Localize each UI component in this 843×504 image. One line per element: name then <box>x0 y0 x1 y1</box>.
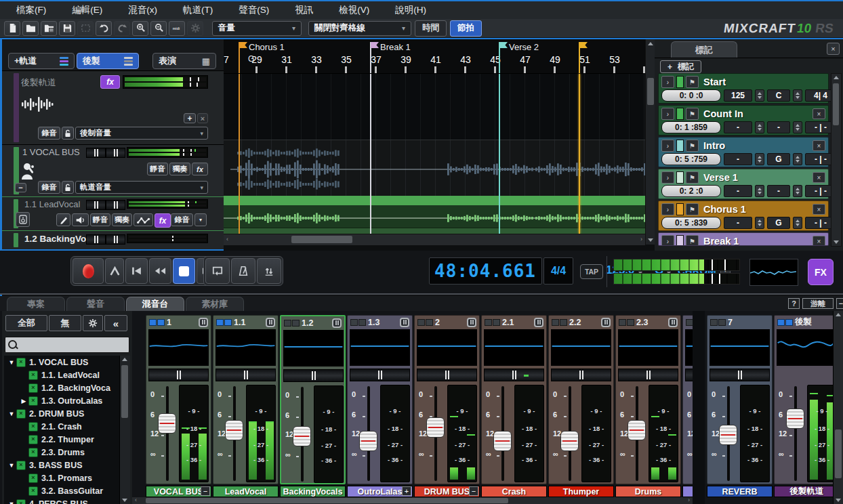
arm-button[interactable]: 錄音 <box>171 213 193 226</box>
channel-settings-icon[interactable] <box>199 318 208 327</box>
flag-icon[interactable]: ⚑ <box>686 108 699 120</box>
tree-item[interactable]: ▶×1.3. OutroLalas <box>4 394 130 407</box>
collapse-sidebar-button[interactable]: « <box>104 315 127 331</box>
track-enabled-checkbox[interactable]: × <box>28 371 38 380</box>
clip-grid[interactable] <box>224 74 645 234</box>
record-button[interactable] <box>73 258 104 284</box>
new-project-icon[interactable] <box>4 21 20 36</box>
marker-time-field[interactable]: 0: 5 :839 <box>661 217 721 229</box>
mute-button[interactable]: 靜音 <box>90 213 110 226</box>
loop-button[interactable] <box>205 258 230 284</box>
chevron-down-icon[interactable]: ▾ <box>194 213 207 226</box>
channel-strip-1.1[interactable]: 1.10612∞9182736 <box>213 315 279 484</box>
zoom-in-icon[interactable] <box>132 21 148 36</box>
fader-knob[interactable] <box>786 408 804 429</box>
markers-tab[interactable]: 標記 <box>671 41 737 58</box>
marker-row[interactable]: ›⚑Break 1× <box>658 232 829 246</box>
save-project-icon[interactable] <box>59 21 75 36</box>
tree-item[interactable]: ▼×1. VOCAL BUS <box>4 356 130 369</box>
marker-color-swatch[interactable] <box>676 108 684 120</box>
channel-collapse-button[interactable]: + <box>402 486 411 496</box>
pan-slider[interactable] <box>148 369 209 381</box>
flag-icon[interactable]: ⚑ <box>686 171 699 184</box>
tree-item[interactable]: ▼×4. PERCS BUS <box>4 497 130 504</box>
channel-label-1.2[interactable]: BackingVocals <box>280 486 346 497</box>
marker-row[interactable]: ›⚑Chorus 1×0: 5 :839-G- | - <box>658 201 829 231</box>
scroll-down-icon[interactable] <box>836 499 841 502</box>
mute-button[interactable]: 靜音 <box>147 163 168 175</box>
pan-slider[interactable] <box>86 200 106 210</box>
scroll-up-icon[interactable] <box>834 76 839 79</box>
channel-label-2.1[interactable]: Crash <box>481 486 547 497</box>
marker-flag-icon[interactable] <box>499 42 508 48</box>
marker-color-swatch[interactable] <box>676 76 684 88</box>
spinner-icon[interactable] <box>755 153 764 165</box>
spinner-icon[interactable] <box>793 153 802 165</box>
channel-eq-display[interactable] <box>777 329 834 366</box>
master-fx-button[interactable]: FX <box>808 259 834 285</box>
channel-eq-display[interactable] <box>618 329 678 366</box>
open-project-icon[interactable] <box>22 21 39 36</box>
solo-button[interactable]: 獨奏 <box>169 163 190 175</box>
master-fx-button[interactable]: fx <box>100 75 120 89</box>
close-icon[interactable]: × <box>813 204 825 215</box>
arrange-vscrollbar[interactable] <box>645 39 655 245</box>
filter-none-button[interactable]: 無 <box>49 315 81 331</box>
timeline-ruler[interactable]: 729313335373941434547495153 Chorus 1Brea… <box>224 39 645 74</box>
chevron-down-icon[interactable]: ▼ <box>7 462 16 469</box>
marker-flag-icon[interactable] <box>239 42 247 48</box>
filter-all-button[interactable]: 全部 <box>5 315 47 331</box>
fx-button-active[interactable]: fx <box>155 213 171 228</box>
fader-knob[interactable] <box>493 431 512 451</box>
flag-icon[interactable]: ⚑ <box>686 203 699 215</box>
marker-flag-icon[interactable] <box>371 42 379 48</box>
track-enabled-checkbox[interactable]: × <box>28 383 38 393</box>
expand-icon[interactable]: › <box>661 108 674 120</box>
punch-button[interactable] <box>105 258 124 284</box>
channel-eq-display[interactable] <box>685 329 693 366</box>
stop-button[interactable] <box>173 258 195 284</box>
marker-key-field[interactable]: G <box>767 217 790 229</box>
marker-flag-icon[interactable] <box>579 42 588 48</box>
speaker-icon[interactable] <box>72 213 89 226</box>
tree-item[interactable]: ▼×2. DRUM BUS <box>4 407 130 420</box>
pan-slider[interactable] <box>551 369 611 381</box>
track-enabled-checkbox[interactable]: × <box>28 422 38 432</box>
zoom-out-icon[interactable] <box>150 21 167 36</box>
channel-label-7[interactable]: REVERB <box>707 486 773 497</box>
scroll-right-icon[interactable]: › <box>640 236 642 243</box>
flag-icon[interactable]: ⚑ <box>686 140 699 152</box>
go-to-start-button[interactable] <box>125 258 148 284</box>
pan-slider[interactable] <box>86 234 106 245</box>
expand-icon[interactable]: › <box>661 171 674 184</box>
leadvocal-track-row[interactable]: 1.1 LeadVocal 靜音 獨奏 fx 錄音 ▾ <box>2 196 224 230</box>
marker-row[interactable]: ›⚑Start0: 0 :0125C4| 4 <box>658 73 829 104</box>
snap-grid-dropdown[interactable]: 關閉對齊格線 ▾ <box>308 21 411 36</box>
channel-strip-7[interactable]: 70612∞9182736 <box>707 315 773 484</box>
scroll-left-icon[interactable]: ‹ <box>135 497 137 503</box>
channel-label-2.2[interactable]: Thumper <box>548 486 614 497</box>
spinner-icon[interactable] <box>793 217 802 229</box>
spinner-icon[interactable] <box>793 185 802 197</box>
pan-slider[interactable] <box>283 369 344 382</box>
pencil-icon[interactable] <box>56 213 70 226</box>
track-enabled-checkbox[interactable]: × <box>28 435 38 444</box>
fader-knob[interactable] <box>359 431 377 451</box>
channel-strip-2.3[interactable]: 2.30612∞9182736 <box>615 315 681 484</box>
spinner-icon[interactable] <box>755 217 764 229</box>
beat-mode-button[interactable]: 節拍 <box>450 20 482 37</box>
master-arm-button[interactable]: 錄音 <box>38 127 60 140</box>
marker-color-swatch[interactable] <box>676 171 684 184</box>
vocal-bus-track-row[interactable]: 1 VOCAL BUS 靜音 獨奏 fx − 錄音 軌道音量 ▾ <box>2 144 224 196</box>
tab-專案[interactable]: 專案 <box>7 297 65 311</box>
channel-settings-icon[interactable] <box>400 318 409 327</box>
close-icon[interactable]: × <box>813 236 825 246</box>
marker-tempo-field[interactable]: - <box>724 121 752 133</box>
add-automation-lane-button[interactable]: + <box>184 113 196 123</box>
pan-slider[interactable] <box>685 369 693 381</box>
pan-slider[interactable] <box>417 369 477 381</box>
channel-collapse-button[interactable]: − <box>201 486 210 496</box>
markers-scroll-handle[interactable] <box>833 83 839 125</box>
tab-混音台[interactable]: 混音台 <box>126 297 184 311</box>
fader-knob[interactable] <box>293 426 311 446</box>
